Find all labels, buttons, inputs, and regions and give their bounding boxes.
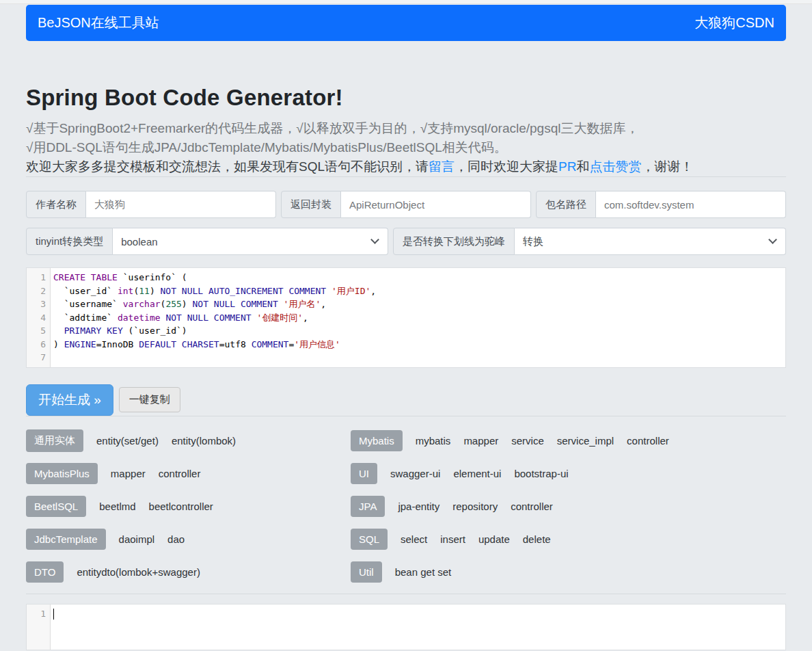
code-line: `username` varchar(255) NOT NULL COMMENT…	[53, 297, 785, 311]
line-number: 5	[27, 324, 46, 338]
copy-button[interactable]: 一键复制	[119, 387, 180, 412]
template-row: 通用实体entity(set/get)entity(lombok)	[26, 429, 351, 452]
code-line: `user_id` int(11) NOT NULL AUTO_INCREMEN…	[53, 284, 785, 298]
output-code-area[interactable]	[51, 604, 785, 650]
leave-message-link[interactable]: 留言	[429, 159, 455, 174]
template-row: JPAjpa-entityrepositorycontroller	[351, 495, 786, 518]
tinyint-type-selected-value: boolean	[121, 236, 157, 248]
template-link[interactable]: bean get set	[395, 566, 452, 578]
code-line: CREATE TABLE `userinfo` (	[53, 271, 785, 284]
hero-description: √基于SpringBoot2+Freemarker的代码生成器，√以释放双手为目…	[26, 119, 786, 176]
sql-code-area[interactable]: CREATE TABLE `userinfo` ( `user_id` int(…	[51, 268, 785, 367]
code-token: 11	[139, 286, 150, 296]
template-row: SQLselectinsertupdatedelete	[351, 528, 786, 550]
author-input[interactable]	[86, 191, 276, 218]
template-category-badge: DTO	[26, 561, 64, 583]
chevron-down-icon	[768, 235, 777, 244]
pr-link[interactable]: PR	[558, 159, 576, 174]
template-link[interactable]: controller	[627, 435, 669, 447]
template-link[interactable]: swagger-ui	[390, 468, 440, 479]
code-token: '用户名'	[284, 299, 321, 309]
line-number-gutter: 1234567	[27, 268, 51, 367]
code-token: ENGINE	[64, 339, 96, 349]
code-token: int	[118, 286, 133, 296]
code-token: ,	[321, 299, 326, 309]
camel-case-group: 是否转换下划线为驼峰 转换	[393, 228, 786, 255]
tinyint-type-select[interactable]: boolean	[113, 228, 388, 255]
template-links: swagger-uielement-uibootstrap-ui	[377, 468, 569, 479]
line-number: 6	[27, 338, 46, 351]
code-token: (`user_id`)	[123, 326, 187, 336]
package-path-input-group: 包名路径	[536, 191, 786, 218]
template-link[interactable]: mybatis	[416, 435, 451, 447]
camel-case-select[interactable]: 转换	[515, 228, 786, 255]
divider	[26, 594, 786, 594]
template-column-right: Mybatismybatismapperserviceservice_implc…	[351, 429, 786, 594]
template-row: JdbcTemplatedaoimpldao	[26, 528, 351, 550]
line-number: 4	[27, 311, 46, 325]
template-category-badge: JdbcTemplate	[26, 529, 106, 550]
template-link[interactable]: mapper	[111, 468, 146, 479]
code-token: datetime	[118, 313, 161, 323]
template-link[interactable]: controller	[511, 501, 553, 512]
template-link[interactable]: entity(lombok)	[172, 435, 236, 447]
template-link[interactable]: bootstrap-ui	[514, 468, 568, 479]
template-links: entity(set/get)entity(lombok)	[83, 435, 236, 447]
page-container: BeJSON在线工具站 大狼狗CSDN Spring Boot Code Gen…	[26, 5, 786, 650]
code-token	[278, 299, 284, 309]
tinyint-type-group: tinyint转换类型 boolean	[26, 228, 388, 255]
code-token: '创建时间'	[256, 313, 303, 323]
template-link[interactable]: daoimpl	[119, 533, 155, 545]
template-link[interactable]: select	[401, 533, 427, 545]
camel-case-label: 是否转换下划线为驼峰	[393, 228, 515, 255]
template-link[interactable]: beetlmd	[99, 501, 135, 512]
code-token: `user_id`	[53, 286, 118, 296]
template-link[interactable]: dao	[167, 533, 185, 545]
text-caret	[53, 609, 54, 620]
output-code-editor[interactable]: 1	[26, 604, 786, 651]
template-link[interactable]: element-ui	[453, 468, 501, 479]
sql-code-editor[interactable]: 1234567 CREATE TABLE `userinfo` ( `user_…	[26, 267, 786, 368]
template-link[interactable]: insert	[440, 533, 465, 545]
template-row: Mybatismybatismapperserviceservice_implc…	[351, 429, 786, 452]
template-link[interactable]: beetlcontroller	[149, 501, 213, 512]
navbar-csdn-link[interactable]: 大狼狗CSDN	[694, 14, 774, 32]
template-link[interactable]: entity(set/get)	[96, 435, 159, 447]
template-link[interactable]: controller	[159, 468, 201, 479]
template-link[interactable]: service	[511, 435, 544, 447]
navbar-brand-link[interactable]: BeJSON在线工具站	[38, 14, 159, 32]
code-token: `addtime`	[53, 313, 118, 323]
package-path-label: 包名路径	[536, 191, 596, 218]
template-link[interactable]: service_impl	[557, 435, 614, 447]
template-sections: 通用实体entity(set/get)entity(lombok)Mybatis…	[26, 429, 786, 594]
hero-line-3-text: 欢迎大家多多提交模板和交流想法，如果发现有SQL语句不能识别，请	[26, 159, 429, 174]
template-link[interactable]: entitydto(lombok+swagger)	[77, 566, 200, 578]
return-wrapper-input[interactable]	[341, 191, 531, 218]
template-links: daoimpldao	[106, 533, 185, 545]
code-token: =utf8	[219, 339, 252, 349]
template-category-badge: JPA	[351, 496, 385, 517]
template-links: bean get set	[382, 566, 452, 578]
hero-line-3: 欢迎大家多多提交模板和交流想法，如果发现有SQL语句不能识别，请留言，同时欢迎大…	[26, 157, 786, 176]
template-link[interactable]: update	[478, 533, 510, 545]
template-category-badge: MybatisPlus	[26, 463, 98, 484]
line-number: 1	[27, 271, 46, 284]
code-token: NOT NULL COMMENT	[193, 299, 278, 309]
code-token: ,	[370, 286, 376, 296]
code-token	[326, 286, 331, 296]
template-row: Utilbean get set	[351, 561, 786, 583]
generate-button[interactable]: 开始生成 »	[26, 384, 113, 416]
template-column-left: 通用实体entity(set/get)entity(lombok)Mybatis…	[26, 429, 351, 594]
line-number-gutter: 1	[27, 604, 51, 650]
donate-link[interactable]: 点击赞赏	[589, 159, 641, 174]
template-link[interactable]: jpa-entity	[398, 501, 439, 512]
template-link[interactable]: repository	[452, 501, 498, 512]
package-path-input[interactable]	[596, 191, 786, 218]
code-token: NOT NULL AUTO_INCREMENT COMMENT	[161, 286, 327, 296]
template-link[interactable]: delete	[523, 533, 551, 545]
template-link[interactable]: mapper	[463, 435, 498, 447]
author-input-group: 作者名称	[26, 191, 276, 218]
template-links: entitydto(lombok+swagger)	[64, 566, 200, 578]
navbar: BeJSON在线工具站 大狼狗CSDN	[26, 5, 786, 41]
divider	[26, 176, 786, 177]
